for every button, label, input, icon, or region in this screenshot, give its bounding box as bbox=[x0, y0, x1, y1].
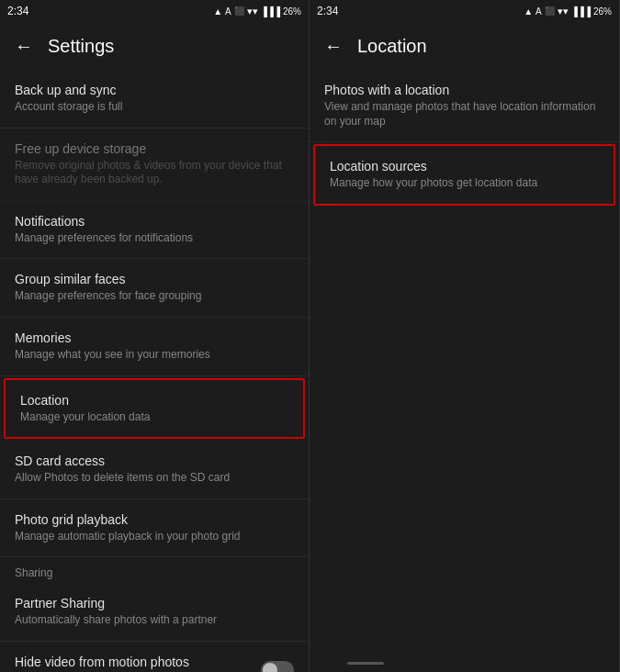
free-up-storage-title: Free up device storage bbox=[15, 141, 294, 156]
sd-card-subtitle: Allow Photos to delete items on the SD c… bbox=[15, 471, 294, 486]
settings-item-sd-card[interactable]: SD card access Allow Photos to delete it… bbox=[0, 441, 309, 499]
battery-right: 26% bbox=[593, 6, 612, 17]
location-sources-subtitle: Manage how your photos get location data bbox=[330, 176, 599, 191]
settings-item-location-sources[interactable]: Location sources Manage how your photos … bbox=[313, 144, 615, 206]
location-list: Photos with a location View and manage p… bbox=[310, 70, 619, 672]
hide-video-title: Hide video from motion photos bbox=[15, 655, 261, 669]
signal-icon-r: ▐▐▐ bbox=[571, 6, 591, 17]
alert-icon: ▲ bbox=[213, 6, 222, 17]
notifications-subtitle: Manage preferences for notifications bbox=[15, 231, 294, 246]
right-panel-title: Location bbox=[357, 36, 427, 57]
location-title: Location bbox=[20, 393, 288, 408]
back-button-right[interactable]: ← bbox=[324, 36, 343, 57]
settings-item-partner-sharing[interactable]: Partner Sharing Automatically share phot… bbox=[0, 583, 309, 642]
a-icon: A bbox=[225, 6, 231, 17]
settings-item-hide-video[interactable]: Hide video from motion photos Other peop… bbox=[0, 642, 309, 672]
photos-with-location-title: Photos with a location bbox=[324, 83, 604, 97]
settings-item-memories[interactable]: Memories Manage what you see in your mem… bbox=[0, 318, 309, 376]
settings-item-back-up-sync[interactable]: Back up and sync Account storage is full bbox=[0, 70, 309, 129]
back-button-left[interactable]: ← bbox=[15, 36, 33, 57]
group-similar-faces-title: Group similar faces bbox=[15, 272, 294, 286]
back-up-sync-title: Back up and sync bbox=[15, 83, 294, 97]
memories-subtitle: Manage what you see in your memories bbox=[15, 348, 294, 363]
notifications-title: Notifications bbox=[15, 214, 294, 229]
partner-sharing-title: Partner Sharing bbox=[15, 596, 294, 610]
toggle-knob bbox=[263, 663, 277, 672]
screenshot-icon-r: ⬛ bbox=[545, 6, 555, 16]
status-time-right: 2:34 bbox=[317, 5, 338, 17]
wifi-icon-r: ▾▾ bbox=[558, 6, 569, 17]
memories-title: Memories bbox=[15, 330, 294, 345]
location-sources-title: Location sources bbox=[330, 159, 599, 174]
alert-icon-r: ▲ bbox=[524, 6, 533, 17]
left-panel: 2:34 ▲ A ⬛ ▾▾ ▐▐▐ 26% ← Settings Back up… bbox=[0, 0, 310, 672]
a-icon-r: A bbox=[535, 6, 542, 17]
battery-left: 26% bbox=[283, 6, 301, 17]
sharing-section-label: Sharing bbox=[0, 557, 309, 583]
status-time-left: 2:34 bbox=[7, 5, 28, 17]
status-bar-left: 2:34 ▲ A ⬛ ▾▾ ▐▐▐ 26% bbox=[0, 0, 309, 22]
photo-grid-subtitle: Manage automatic playback in your photo … bbox=[15, 530, 294, 544]
right-title-bar: ← Location bbox=[310, 22, 619, 70]
settings-item-free-up-storage: Free up device storage Remove original p… bbox=[0, 129, 309, 201]
settings-list: Back up and sync Account storage is full… bbox=[0, 70, 309, 672]
right-panel: 2:34 ▲ A ⬛ ▾▾ ▐▐▐ 26% ← Location Photos … bbox=[310, 0, 620, 672]
back-up-sync-subtitle: Account storage is full bbox=[15, 100, 294, 115]
wifi-icon: ▾▾ bbox=[247, 6, 258, 17]
free-up-storage-subtitle: Remove original photos & videos from you… bbox=[15, 159, 294, 187]
screenshot-icon: ⬛ bbox=[234, 6, 244, 16]
settings-item-group-similar-faces[interactable]: Group similar faces Manage preferences f… bbox=[0, 259, 309, 318]
settings-item-location[interactable]: Location Manage your location data bbox=[4, 378, 305, 440]
signal-icon: ▐▐▐ bbox=[261, 6, 280, 17]
status-icons-left: ▲ A ⬛ ▾▾ ▐▐▐ 26% bbox=[213, 6, 301, 17]
settings-item-notifications[interactable]: Notifications Manage preferences for not… bbox=[0, 201, 309, 260]
hide-video-toggle[interactable] bbox=[261, 661, 294, 672]
group-similar-faces-subtitle: Manage preferences for face grouping bbox=[15, 289, 294, 304]
sd-card-title: SD card access bbox=[15, 454, 294, 468]
partner-sharing-subtitle: Automatically share photos with a partne… bbox=[15, 613, 294, 628]
left-panel-title: Settings bbox=[48, 36, 114, 57]
scroll-indicator bbox=[347, 662, 384, 665]
left-title-bar: ← Settings bbox=[0, 22, 309, 70]
photo-grid-title: Photo grid playback bbox=[15, 512, 294, 527]
settings-item-photos-with-location[interactable]: Photos with a location View and manage p… bbox=[310, 70, 619, 142]
status-bar-right: 2:34 ▲ A ⬛ ▾▾ ▐▐▐ 26% bbox=[310, 0, 619, 22]
location-subtitle: Manage your location data bbox=[20, 410, 288, 425]
settings-item-photo-grid[interactable]: Photo grid playback Manage automatic pla… bbox=[0, 499, 309, 558]
status-icons-right: ▲ A ⬛ ▾▾ ▐▐▐ 26% bbox=[524, 6, 612, 17]
photos-with-location-subtitle: View and manage photos that have locatio… bbox=[324, 100, 604, 129]
